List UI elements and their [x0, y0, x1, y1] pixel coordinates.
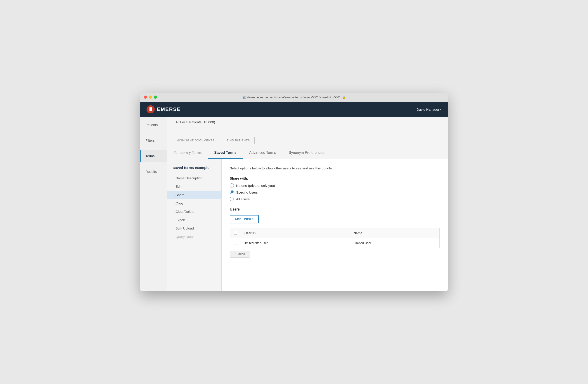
close-button[interactable] [144, 96, 147, 99]
sidebar-item-name-description[interactable]: Name/Description [167, 174, 221, 182]
select-all-checkbox[interactable] [234, 231, 237, 234]
app-header: ≣ EMERSE David Hanauer ▾ [140, 102, 448, 117]
right-section: All Local Patients (10,000) HIGHLIGHT DO… [167, 117, 448, 291]
user-name: David Hanauer [417, 108, 439, 111]
lock-icon: 🔒 [342, 96, 346, 99]
tabs-row: Temporary Terms Saved Terms Advanced Ter… [167, 147, 448, 159]
row-checkbox[interactable] [234, 241, 237, 244]
patients-value: All Local Patients (10,000) [175, 120, 215, 124]
table-header-user-id: User ID [241, 228, 350, 238]
find-patients-button[interactable]: FIND PATIENTS [222, 137, 254, 144]
tab-advanced[interactable]: Advanced Terms [243, 147, 282, 159]
sidebar-item-patients[interactable]: Patients [140, 119, 167, 131]
users-table: User ID Name limited-filter-user [230, 228, 440, 248]
radio-all-users[interactable]: All Users [230, 197, 440, 201]
table-header-checkbox [230, 228, 241, 238]
sidebar-item-terms[interactable]: Terms [140, 150, 167, 162]
app-name: EMERSE [157, 106, 181, 112]
app-window: 🏛️ dev-emerse.med.umich.edu/emerse/terms… [140, 93, 448, 291]
logo-icon: ≣ [147, 105, 155, 113]
left-navigation: Patients Filters Terms Results [140, 117, 167, 291]
favicon-icon: 🏛️ [242, 96, 246, 99]
window-controls [144, 96, 157, 99]
sidebar-item-query-detail: Query Detail [167, 232, 221, 241]
titlebar: 🏛️ dev-emerse.med.umich.edu/emerse/terms… [140, 93, 448, 102]
share-with-label: Share with: [230, 176, 440, 180]
main-panel: Select options below to allow other user… [222, 159, 448, 291]
user-menu[interactable]: David Hanauer ▾ [417, 108, 441, 111]
table-cell-name: Limited User [350, 238, 440, 248]
sidebar-item-results[interactable]: Results [140, 166, 167, 177]
sidebar-item-clear-delete[interactable]: Clear/Delete [167, 207, 221, 216]
sidebar-item-export[interactable]: Export [167, 216, 221, 224]
tab-saved[interactable]: Saved Terms [208, 147, 243, 159]
share-section: Share with: No one (private; only you) S… [230, 176, 440, 201]
sidebar-item-filters[interactable]: Filters [140, 134, 167, 146]
sidebar-item-share[interactable]: Share [167, 191, 221, 199]
radio-no-one-label: No one (private; only you) [236, 184, 275, 188]
url-text: dev-emerse.med.umich.edu/emerse/terms/sa… [247, 96, 341, 99]
sidebar: saved terms example Name/Description Edi… [167, 159, 222, 291]
content-area: saved terms example Name/Description Edi… [167, 159, 448, 291]
maximize-button[interactable] [154, 96, 157, 99]
table-cell-user-id: limited-filter-user [241, 238, 350, 248]
url-bar: 🏛️ dev-emerse.med.umich.edu/emerse/terms… [242, 96, 346, 99]
tab-synonym[interactable]: Synonym Preferences [282, 147, 331, 159]
share-radio-group: No one (private; only you) Specific User… [230, 183, 440, 201]
page-layout: Patients Filters Terms Results All Local… [140, 117, 448, 291]
chevron-down-icon: ▾ [440, 108, 441, 111]
table-header-row: User ID Name [230, 228, 440, 238]
radio-specific-users-input[interactable] [230, 190, 234, 194]
results-actions-row: HIGHLIGHT DOCUMENTS FIND PATIENTS [167, 134, 448, 147]
minimize-button[interactable] [149, 96, 152, 99]
logo-symbol: ≣ [149, 107, 152, 112]
filters-bar [167, 127, 448, 134]
app-logo: ≣ EMERSE [147, 105, 181, 113]
tab-temporary[interactable]: Temporary Terms [167, 147, 208, 159]
panel-description: Select options below to allow other user… [230, 166, 440, 170]
remove-button[interactable]: REMOVE [230, 251, 250, 257]
bundle-name: saved terms example [167, 164, 221, 172]
table-header-name: Name [350, 228, 440, 238]
sidebar-item-bulk-upload[interactable]: Bulk Upload [167, 224, 221, 232]
sidebar-item-edit[interactable]: Edit [167, 182, 221, 191]
radio-specific-users[interactable]: Specific Users [230, 190, 440, 194]
patients-bar: All Local Patients (10,000) [167, 117, 448, 127]
users-section-title: Users [230, 207, 440, 211]
table-cell-checkbox [230, 238, 241, 248]
radio-all-users-input[interactable] [230, 197, 234, 201]
table-row: limited-filter-user Limited User [230, 238, 440, 248]
highlight-documents-button[interactable]: HIGHLIGHT DOCUMENTS [172, 137, 219, 144]
users-section: Users ADD USERS User ID Name [230, 207, 440, 257]
radio-specific-users-label: Specific Users [236, 191, 258, 194]
radio-no-one[interactable]: No one (private; only you) [230, 183, 440, 188]
radio-no-one-input[interactable] [230, 183, 234, 188]
sidebar-item-copy[interactable]: Copy [167, 199, 221, 207]
add-users-button[interactable]: ADD USERS [230, 215, 259, 223]
radio-all-users-label: All Users [236, 197, 250, 201]
